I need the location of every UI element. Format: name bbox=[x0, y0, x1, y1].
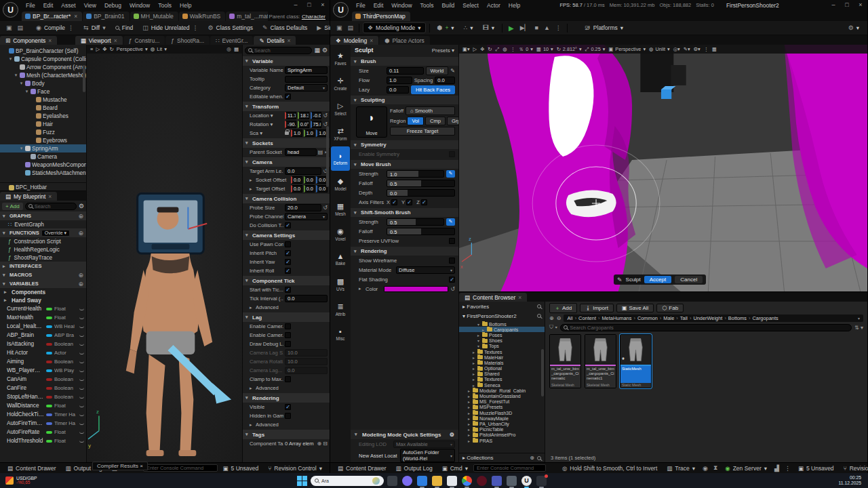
component-staticmeshattachment[interactable]: StaticMeshAttachment bbox=[0, 169, 86, 177]
crumb-all[interactable]: All bbox=[567, 315, 572, 321]
region-cmp-button[interactable]: Cmp bbox=[425, 117, 446, 125]
component-bpc-hotbar[interactable]: BPC_Hotbar bbox=[0, 182, 86, 190]
details-search[interactable] bbox=[245, 47, 312, 54]
viewport-settings-icon[interactable]: ⚙▾ bbox=[694, 46, 701, 52]
symmetry-section-header[interactable]: ▾Symmetry bbox=[351, 140, 458, 149]
menu-edit[interactable]: Edit bbox=[39, 2, 58, 9]
checkbox-inherit-pitch[interactable] bbox=[285, 250, 291, 256]
add-icon[interactable]: ⊕ bbox=[78, 272, 83, 279]
crumb-tall[interactable]: Tall bbox=[680, 315, 688, 321]
checkbox-enable-camer[interactable] bbox=[285, 332, 291, 338]
viewport-menu-icon[interactable]: ≡ bbox=[90, 46, 93, 52]
checkbox-editable-when[interactable] bbox=[285, 94, 291, 100]
field-target-offset-y[interactable]: 0.0 bbox=[304, 185, 315, 192]
checkbox-inherit-yaw[interactable] bbox=[285, 259, 291, 265]
editing-lod-dropdown[interactable]: Max Available▾ bbox=[393, 441, 455, 448]
select-tool-icon[interactable]: ▷ bbox=[473, 46, 477, 52]
falloff-slider[interactable]: 0.5 bbox=[387, 228, 455, 235]
select-tool-icon[interactable]: ▷ bbox=[96, 46, 100, 52]
folder-textures[interactable]: ▸ Textures bbox=[459, 349, 545, 354]
field-socket-offset-x[interactable]: 0.0 bbox=[291, 176, 302, 184]
show-wireframe-checkbox[interactable] bbox=[449, 258, 455, 264]
override-dropdown[interactable]: Override ▾ bbox=[41, 230, 70, 237]
stop-icon[interactable]: ■ bbox=[532, 24, 540, 31]
variable-visibility-icon[interactable] bbox=[79, 317, 84, 319]
checkbox-inherit-roll[interactable] bbox=[285, 268, 291, 274]
pen-icon[interactable]: ✎ bbox=[446, 170, 455, 178]
content-drawer-button[interactable]: ▤Content Drawer bbox=[334, 465, 391, 472]
settings-icon[interactable]: ⚙ bbox=[79, 203, 84, 209]
folder-pistolanimsetpro[interactable]: ▸ PistolAnimsetPro bbox=[459, 432, 545, 438]
menu-window[interactable]: Window bbox=[387, 2, 416, 9]
perspective-dropdown[interactable]: Perspective▾ bbox=[117, 46, 148, 52]
blueprints-dropdown[interactable]: ∴ ▾ bbox=[460, 23, 477, 33]
folder-malehair[interactable]: ▸ MaleHair bbox=[459, 354, 545, 360]
browse-socket-icon[interactable]: ▤ bbox=[318, 149, 323, 155]
field-camera-lag-s[interactable]: 10.0 bbox=[285, 349, 328, 357]
flow-field[interactable]: 1.0 bbox=[387, 77, 412, 84]
folder-mountaingrassland[interactable]: ▸ MountainGrassland bbox=[459, 393, 545, 399]
taskbar-app-teams[interactable] bbox=[492, 476, 502, 486]
quick-settings-header[interactable]: ▾Modeling Mode Quick Settings⚙ bbox=[351, 430, 458, 439]
sort-icon[interactable]: ⇅ ▾ bbox=[854, 325, 863, 331]
field-rotation-z[interactable]: 75.0° bbox=[311, 121, 322, 128]
checkbox-start-with-tic[interactable] bbox=[285, 287, 291, 293]
lock-icon[interactable] bbox=[285, 131, 289, 135]
checkbox-enable-camer[interactable] bbox=[285, 323, 291, 329]
content-drawer-button[interactable]: ▤Content Drawer bbox=[3, 465, 60, 472]
folder-seneca[interactable]: ▸ Seneca bbox=[459, 382, 545, 388]
component-mesh-charactermesh0-e[interactable]: ▾ Mesh (CharacterMesh0) E bbox=[0, 71, 86, 79]
platforms-dropdown[interactable]: 🖳Platforms ▾ bbox=[580, 23, 627, 33]
console-input[interactable] bbox=[473, 464, 546, 472]
checkbox-hidden-in-game[interactable] bbox=[285, 413, 291, 419]
hourglass-icon[interactable]: ⧗ bbox=[711, 464, 719, 472]
revision-control-button[interactable]: ⑂Revision Control ▾ bbox=[264, 465, 326, 472]
advanced-row[interactable]: ▸Advanced bbox=[243, 384, 330, 392]
diff-button[interactable]: ⇆Diff▾ bbox=[79, 23, 110, 33]
component-eyebrows[interactable]: Eyebrows bbox=[0, 136, 86, 144]
accept-button[interactable]: Accept bbox=[644, 276, 671, 283]
checkbox-do-collision-t[interactable] bbox=[285, 222, 291, 228]
show-icon[interactable]: ◎ bbox=[226, 46, 231, 52]
details-scrollbar[interactable] bbox=[326, 126, 329, 187]
mode-create[interactable]: ✛ Create bbox=[331, 71, 350, 96]
taskbar-app-file-dark[interactable] bbox=[387, 476, 397, 486]
taskbar-app-notepad[interactable] bbox=[447, 476, 457, 486]
freeze-target-button[interactable]: Freeze Target bbox=[390, 127, 455, 136]
asset-tab-walkrunbs[interactable]: WalkRunBS bbox=[179, 12, 226, 21]
move-tool-icon[interactable]: ✥ bbox=[102, 46, 106, 52]
variable-visibility-icon[interactable] bbox=[79, 308, 84, 310]
maximize-viewport-icon[interactable]: ▦ bbox=[712, 46, 717, 52]
search-icon[interactable] bbox=[537, 456, 541, 460]
region-grp-button[interactable]: Grp bbox=[447, 117, 458, 125]
falloff-button[interactable]: ⌂ Smooth bbox=[406, 106, 455, 115]
variable-visibility-icon[interactable] bbox=[79, 352, 84, 354]
dropdown-probe-channel[interactable]: Camera▾ bbox=[285, 213, 328, 220]
tab-shootraytrace[interactable]: ƒShootRa... bbox=[165, 36, 210, 45]
dropdown-category[interactable]: Default▾ bbox=[285, 84, 328, 92]
menu-file[interactable]: File bbox=[352, 2, 370, 9]
folder-modular-rural-cabin[interactable]: ▸ Modular_Rural_Cabin bbox=[459, 388, 545, 393]
trash-icon[interactable]: ⊟ bbox=[323, 441, 328, 447]
brush-section-header[interactable]: ▾Brush bbox=[351, 57, 458, 66]
rotation-snap[interactable]: ↻ 2.812° ▾ bbox=[557, 46, 582, 52]
tab-details[interactable]: ✎Details× bbox=[254, 36, 296, 45]
play-button[interactable]: ▶ bbox=[506, 24, 517, 32]
sculpting-section-header[interactable]: ▾Sculpting bbox=[351, 96, 458, 104]
section-functions[interactable]: ▾FUNCTIONSOverride ▾⊕ bbox=[0, 228, 86, 237]
lazy-field[interactable]: 0.0 bbox=[387, 86, 409, 94]
maximize-button[interactable]: □ bbox=[840, 0, 854, 10]
checkbox-use-pawn-con[interactable] bbox=[285, 241, 291, 247]
trace-button[interactable]: ▥Trace ▾ bbox=[663, 465, 699, 472]
mode-select[interactable]: ▷ Select bbox=[331, 96, 350, 121]
menu-edit[interactable]: Edit bbox=[370, 2, 388, 9]
component-fuzz[interactable]: Fuzz bbox=[0, 128, 86, 136]
field-location-z[interactable]: -0.0 bbox=[311, 112, 322, 119]
path-dropdown-icon[interactable]: ▾ bbox=[858, 316, 860, 321]
minimize-button[interactable]: – bbox=[827, 0, 840, 10]
component-mustache[interactable]: Mustache bbox=[0, 96, 86, 104]
asset-tab-bp-brain01[interactable]: BP_Brain01 bbox=[83, 12, 129, 21]
field-target-arm-le[interactable]: 0.0 bbox=[285, 167, 321, 175]
details-section-rendering[interactable]: ▾Rendering bbox=[243, 393, 330, 403]
tab-modeling[interactable]: ❖Modeling× bbox=[330, 36, 378, 45]
